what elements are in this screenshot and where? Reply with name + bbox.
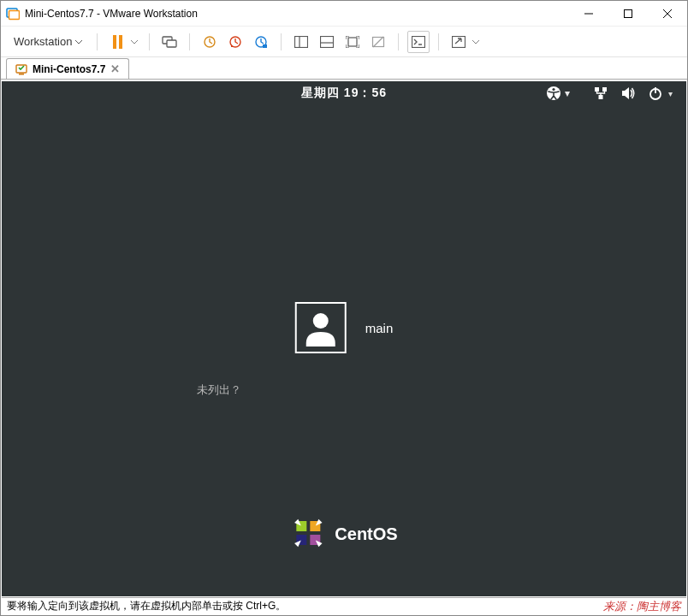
fullscreen-group [448, 31, 482, 53]
status-bar: 要将输入定向到该虚拟机，请在虚拟机内部单击或按 Ctrl+G。 来源：陶主博客 [2, 597, 686, 614]
vmware-logo-icon [6, 7, 20, 21]
fullscreen-dropdown[interactable] [470, 31, 482, 53]
svg-rect-2 [625, 9, 632, 17]
svg-rect-23 [602, 87, 607, 92]
tab-strip: Mini-Centos7.7 ✕ [1, 57, 687, 80]
volume-icon [620, 86, 636, 101]
svg-rect-4 [167, 40, 176, 47]
separator [97, 33, 98, 50]
snapshot-revert-button[interactable] [224, 31, 246, 53]
svg-rect-16 [412, 36, 425, 47]
svg-rect-9 [295, 36, 308, 47]
maximize-button[interactable] [608, 1, 648, 27]
system-menu[interactable]: ▾ [593, 81, 673, 105]
svg-rect-24 [599, 95, 603, 99]
unity-button[interactable] [367, 31, 389, 53]
disabled-rect-icon [371, 35, 385, 49]
split-horizontal-icon [320, 36, 334, 48]
split-vertical-icon [294, 36, 308, 48]
guest-screen[interactable]: 星期四 19：56 ▾ ▾ main 未列出？ [2, 81, 686, 596]
svg-rect-19 [19, 74, 24, 75]
power-group [106, 31, 140, 53]
focus-rect-icon [346, 36, 359, 48]
centos-logo-icon [290, 515, 326, 554]
console-button[interactable] [407, 31, 430, 53]
vm-tab-label: Mini-Centos7.7 [33, 63, 105, 75]
fullscreen-button[interactable] [448, 31, 470, 53]
tab-close-button[interactable]: ✕ [110, 63, 120, 74]
send-ctrl-alt-del-button[interactable] [158, 31, 181, 53]
view-sidebyside-button[interactable] [290, 31, 312, 53]
separator [398, 33, 399, 50]
workstation-menu-label: Workstation [14, 35, 72, 48]
centos-brand-label: CentOS [335, 524, 397, 544]
svg-rect-8 [263, 44, 267, 48]
accessibility-menu[interactable]: ▾ [546, 81, 570, 105]
svg-point-21 [552, 88, 555, 91]
window-controls [569, 1, 687, 27]
window-title: Mini-Centos7.7 - VMware Workstation [25, 8, 198, 20]
svg-rect-1 [9, 10, 20, 19]
chevron-down-icon [472, 38, 479, 45]
pause-icon [113, 35, 122, 49]
chevron-down-icon: ▾ [565, 87, 570, 99]
separator [438, 33, 439, 50]
expand-icon [452, 36, 466, 48]
separator [281, 33, 282, 50]
clock-icon [203, 35, 216, 49]
pause-vm-button[interactable] [106, 31, 128, 53]
network-icon [593, 86, 608, 101]
chevron-down-icon [75, 38, 82, 45]
clock-revert-icon [228, 35, 242, 49]
power-icon [648, 86, 663, 101]
accessibility-icon [546, 86, 561, 101]
svg-line-15 [373, 37, 383, 47]
status-hint: 要将输入定向到该虚拟机，请在虚拟机内部单击或按 Ctrl+G。 [7, 599, 286, 613]
not-listed-link[interactable]: 未列出？ [197, 382, 241, 398]
user-name-label: main [365, 321, 394, 335]
monitor-send-icon [162, 35, 177, 49]
separator [189, 33, 190, 50]
separator [149, 33, 150, 50]
user-login-card[interactable]: main [295, 302, 394, 353]
svg-rect-13 [348, 38, 357, 46]
gnome-clock[interactable]: 星期四 19：56 [2, 81, 686, 105]
centos-brand: CentOS [290, 515, 397, 554]
minimize-button[interactable] [569, 1, 608, 27]
view-stacked-button[interactable] [316, 31, 338, 53]
title-bar: Mini-Centos7.7 - VMware Workstation [1, 1, 687, 27]
vm-tab[interactable]: Mini-Centos7.7 ✕ [6, 58, 129, 79]
workstation-menu[interactable]: Workstation [8, 31, 88, 52]
watermark: 来源：陶主博客 [603, 599, 681, 614]
close-button[interactable] [648, 1, 687, 27]
chevron-down-icon [131, 38, 138, 45]
snapshot-take-button[interactable] [199, 31, 221, 53]
svg-rect-11 [321, 36, 334, 47]
power-dropdown[interactable] [128, 31, 140, 53]
view-single-button[interactable] [341, 31, 364, 53]
command-bar: Workstation [1, 27, 687, 57]
clock-manage-icon [254, 35, 268, 49]
snapshot-manager-button[interactable] [250, 31, 272, 53]
terminal-icon [412, 36, 425, 48]
svg-point-27 [313, 313, 329, 329]
chevron-down-icon: ▾ [668, 89, 673, 98]
avatar-icon [295, 302, 347, 353]
vm-tab-icon [15, 63, 27, 75]
svg-rect-22 [595, 87, 599, 92]
